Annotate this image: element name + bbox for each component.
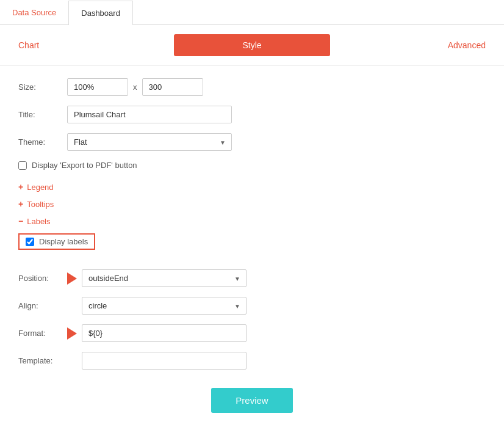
align-label: Align: bbox=[18, 301, 67, 310]
export-checkbox-row: Display 'Export to PDF' button bbox=[18, 161, 486, 170]
preview-button[interactable]: Preview bbox=[211, 388, 292, 413]
content-area: Size: x Title: Theme: Flat Dark Light Me… bbox=[0, 66, 504, 425]
tabs-bar: Data Source Dashboard bbox=[0, 0, 504, 25]
format-row: Format: bbox=[18, 324, 486, 342]
template-row: Template: bbox=[18, 352, 486, 370]
labels-toggle[interactable]: − Labels bbox=[18, 216, 486, 226]
legend-plus-icon: + bbox=[18, 182, 23, 192]
preview-area: Preview bbox=[18, 388, 486, 413]
display-labels-label[interactable]: Display labels bbox=[39, 237, 88, 246]
align-select[interactable]: circle start center end bbox=[82, 297, 247, 315]
position-label: Position: bbox=[18, 274, 67, 283]
export-pdf-label[interactable]: Display 'Export to PDF' button bbox=[32, 161, 137, 170]
size-row: Size: x bbox=[18, 78, 486, 96]
title-input[interactable] bbox=[67, 106, 232, 123]
theme-select[interactable]: Flat Dark Light Metro bbox=[67, 133, 232, 151]
theme-label: Theme: bbox=[18, 137, 67, 147]
position-row: Position: outsideEnd insideEnd center in… bbox=[18, 269, 486, 287]
display-labels-checkbox[interactable] bbox=[26, 238, 34, 246]
export-pdf-checkbox[interactable] bbox=[18, 161, 27, 170]
position-select[interactable]: outsideEnd insideEnd center insideBase bbox=[82, 269, 247, 287]
theme-row: Theme: Flat Dark Light Metro bbox=[18, 133, 486, 151]
format-arrow-icon bbox=[67, 327, 77, 340]
align-row: Align: circle start center end bbox=[18, 297, 486, 315]
position-select-wrapper: outsideEnd insideEnd center insideBase bbox=[82, 269, 247, 287]
display-labels-row: Display labels bbox=[18, 233, 95, 250]
size-height-input[interactable] bbox=[142, 78, 203, 96]
template-label: Template: bbox=[18, 356, 67, 365]
size-label: Size: bbox=[18, 82, 67, 92]
legend-toggle[interactable]: + Legend bbox=[18, 182, 486, 192]
align-select-wrapper: circle start center end bbox=[82, 297, 247, 315]
subnav-advanced[interactable]: Advanced bbox=[330, 34, 486, 56]
size-width-input[interactable] bbox=[67, 78, 128, 96]
tooltips-label: Tooltips bbox=[27, 200, 54, 209]
subnav-chart[interactable]: Chart bbox=[18, 34, 174, 56]
title-label: Title: bbox=[18, 110, 67, 119]
tooltips-toggle[interactable]: + Tooltips bbox=[18, 199, 486, 209]
size-controls: x bbox=[67, 78, 203, 96]
size-x-separator: x bbox=[133, 82, 137, 92]
display-labels-container: Display labels bbox=[18, 233, 486, 260]
subnav-style[interactable]: Style bbox=[174, 34, 329, 56]
format-input[interactable] bbox=[82, 324, 247, 342]
labels-section: Display labels Position: outsideEnd insi… bbox=[18, 233, 486, 370]
position-arrow-icon bbox=[67, 272, 77, 285]
labels-label: Labels bbox=[27, 217, 50, 226]
theme-select-wrapper: Flat Dark Light Metro bbox=[67, 133, 232, 151]
legend-label: Legend bbox=[27, 183, 53, 192]
labels-minus-icon: − bbox=[18, 216, 23, 226]
title-row: Title: bbox=[18, 106, 486, 123]
format-label: Format: bbox=[18, 329, 67, 338]
tab-dashboard[interactable]: Dashboard bbox=[68, 1, 133, 25]
sub-nav: Chart Style Advanced bbox=[0, 25, 504, 66]
tab-data-source[interactable]: Data Source bbox=[0, 1, 68, 25]
template-input[interactable] bbox=[82, 352, 247, 370]
tooltips-plus-icon: + bbox=[18, 199, 23, 209]
